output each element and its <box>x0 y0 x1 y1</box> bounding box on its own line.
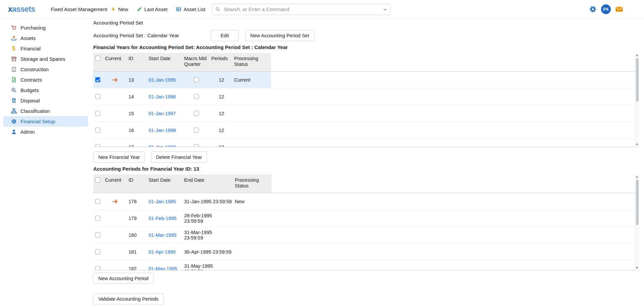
start-date-link[interactable]: 01-Jan-1999 <box>149 139 184 147</box>
periods-cell: 12 <box>211 105 234 122</box>
accounting-period-row[interactable]: 181 01-Apr-1995 30-Apr-1995 23:59:59 <box>93 244 639 260</box>
column-header-end-date: End Date <box>184 177 235 193</box>
new-financial-year-button[interactable]: New Financial Year <box>93 151 145 163</box>
column-header-processing-status: Processing Status <box>234 56 271 71</box>
row-checkbox[interactable] <box>95 266 100 270</box>
vertical-scrollbar[interactable] <box>635 53 639 147</box>
row-checkbox[interactable] <box>95 77 100 82</box>
avatar[interactable]: PX <box>601 4 611 14</box>
sidebar-item-label: Assets <box>20 35 36 41</box>
new-accounting-period-set-button[interactable]: New Accounting Period Set <box>245 30 314 41</box>
macrs-checkbox[interactable] <box>194 144 199 147</box>
last-asset-button[interactable]: Last Asset <box>137 6 167 12</box>
end-date-cell: 30-Apr-1995 23:59:59 <box>184 244 235 260</box>
sidebar-item-storage-and-spares[interactable]: Storage and Spares <box>3 54 88 64</box>
sidebar-item-budgets[interactable]: Budgets <box>3 85 88 95</box>
financial-year-row[interactable]: 17 01-Jan-1999 12 <box>93 139 639 147</box>
sidebar-item-assets[interactable]: Assets <box>3 33 88 43</box>
start-date-link[interactable]: 01-Jan-1996 <box>149 88 184 105</box>
new-accounting-period-button[interactable]: New Accounting Period <box>93 273 154 284</box>
macrs-checkbox[interactable] <box>194 111 199 116</box>
id-cell: 15 <box>128 105 149 122</box>
end-date-cell: 28-Feb-1995 23:59:59 <box>184 210 235 226</box>
scroll-thumb[interactable] <box>636 58 639 102</box>
new-button[interactable]: New <box>111 6 128 12</box>
select-all-checkbox[interactable] <box>95 177 100 182</box>
page-title: Accounting Period Set <box>93 20 639 26</box>
status-cell <box>234 139 271 147</box>
construction-icon <box>11 67 17 73</box>
row-checkbox[interactable] <box>95 216 100 221</box>
edit-button[interactable]: Edit <box>211 30 239 41</box>
row-checkbox[interactable] <box>95 128 100 133</box>
sidebar-item-classification[interactable]: Classification <box>3 106 88 116</box>
periods-cell: 12 <box>211 88 234 105</box>
validate-accounting-periods-button[interactable]: Validate Accounting Periods <box>93 293 164 304</box>
accounting-periods-table-header: Current ID Start Date End Date Processin… <box>93 174 639 193</box>
id-cell: 178 <box>128 193 149 210</box>
select-all-checkbox[interactable] <box>95 56 100 61</box>
sidebar-item-disposal[interactable]: Disposal <box>3 95 88 106</box>
vertical-scrollbar[interactable] <box>635 174 639 270</box>
period-set-row: Accounting Period Set : Calendar Year Ed… <box>93 30 639 41</box>
sidebar-item-label: Construction <box>20 67 49 72</box>
status-cell <box>235 227 272 243</box>
accounting-period-row[interactable]: 182 01-May-1995 31-May-1995 23:59:59 <box>93 260 639 270</box>
macrs-checkbox[interactable] <box>194 94 199 99</box>
search-input[interactable] <box>212 4 391 15</box>
chevron-down-icon[interactable] <box>383 7 387 13</box>
financial-year-row[interactable]: 15 01-Jan-1997 12 <box>93 105 639 122</box>
scroll-thumb[interactable] <box>636 180 639 225</box>
settings-gear-icon[interactable] <box>589 5 597 13</box>
sidebar-item-construction[interactable]: Construction <box>3 64 88 75</box>
sidebar-item-label: Financial <box>20 46 41 51</box>
accounting-period-row[interactable]: 178 01-Jan-1995 31-Jan-1995 23:59:59 New <box>93 193 639 210</box>
sidebar-item-label: Purchasing <box>20 25 46 31</box>
app-logo[interactable]: xassets <box>8 5 35 14</box>
id-cell: 17 <box>128 139 149 147</box>
dollar-icon: $ <box>11 46 17 52</box>
accounting-period-row[interactable]: 179 01-Feb-1995 28-Feb-1995 23:59:59 <box>93 210 639 227</box>
mail-icon[interactable] <box>615 6 623 12</box>
scroll-down-arrow[interactable] <box>635 142 639 147</box>
sidebar-item-financial[interactable]: $Financial <box>3 43 88 54</box>
row-checkbox[interactable] <box>95 144 100 147</box>
sidebar-item-purchasing[interactable]: Purchasing <box>3 23 88 33</box>
start-date-link[interactable]: 01-Jan-1998 <box>149 122 184 138</box>
scroll-up-arrow[interactable] <box>635 53 639 57</box>
asset-list-button[interactable]: Asset List <box>176 6 205 12</box>
financial-year-row[interactable]: 16 01-Jan-1998 12 <box>93 122 639 139</box>
sidebar-item-label: Budgets <box>20 87 39 93</box>
gear-icon <box>11 119 17 125</box>
start-date-link[interactable]: 01-Jan-1995 <box>149 72 184 88</box>
top-header: xassets Fixed Asset Management New Last … <box>0 0 644 19</box>
start-date-link[interactable]: 01-Apr-1995 <box>149 244 184 260</box>
macrs-checkbox[interactable] <box>194 128 199 133</box>
delete-financial-year-button[interactable]: Delete Financial Year <box>151 151 207 163</box>
financial-year-row[interactable]: 14 01-Jan-1996 12 <box>93 88 639 105</box>
start-date-link[interactable]: 01-May-1995 <box>149 260 184 270</box>
row-checkbox[interactable] <box>95 94 100 99</box>
financial-year-row[interactable]: 13 01-Jan-1995 12 Current <box>93 72 639 88</box>
start-date-link[interactable]: 01-Mar-1995 <box>149 227 184 243</box>
macrs-checkbox[interactable] <box>194 77 199 82</box>
scroll-up-arrow[interactable] <box>635 174 639 179</box>
row-checkbox[interactable] <box>95 111 100 116</box>
column-header-processing-status: Processing Status <box>235 177 272 193</box>
column-header-start-date: Start Date <box>149 177 184 193</box>
sidebar-item-contracts[interactable]: Contracts <box>3 75 88 85</box>
start-date-link[interactable]: 01-Feb-1995 <box>149 210 184 226</box>
financial-years-table: Current ID Start Date Macrs Mid Quarter … <box>93 53 639 147</box>
storage-icon <box>11 56 17 62</box>
start-date-link[interactable]: 01-Jan-1997 <box>149 105 184 122</box>
accounting-period-row[interactable]: 180 01-Mar-1995 31-Mar-1995 23:59:59 <box>93 227 639 244</box>
start-date-link[interactable]: 01-Jan-1995 <box>149 193 184 210</box>
row-checkbox[interactable] <box>95 232 100 237</box>
sidebar-item-financial-setup[interactable]: Financial Setup <box>3 116 88 127</box>
classification-icon <box>11 108 17 114</box>
row-checkbox[interactable] <box>95 249 100 254</box>
row-checkbox[interactable] <box>95 199 100 204</box>
sidebar-item-admin[interactable]: Admin <box>3 127 88 137</box>
financial-year-buttons: New Financial Year Delete Financial Year <box>93 151 639 163</box>
scroll-down-arrow[interactable] <box>635 265 639 270</box>
